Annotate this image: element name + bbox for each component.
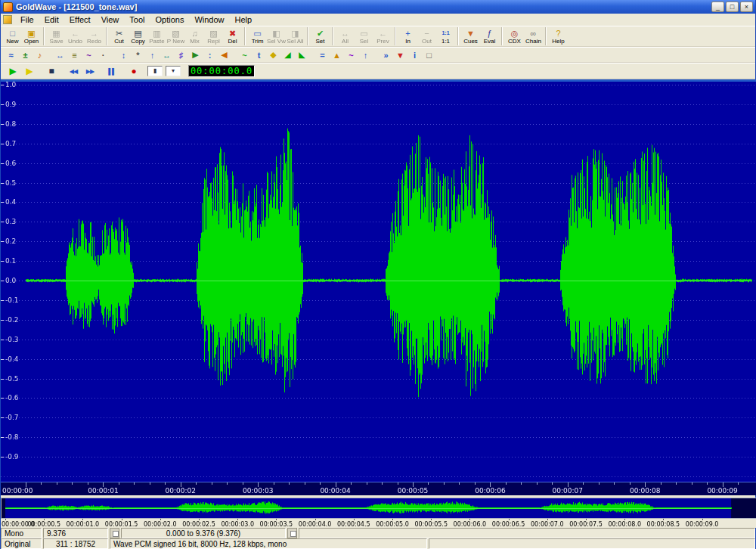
evaluate-button[interactable]: ƒEval <box>480 26 499 46</box>
echo-effect-button[interactable]: ♪ <box>33 48 47 62</box>
zoom-in-button[interactable]: +In <box>398 26 417 46</box>
cut-label: Cut <box>114 38 123 45</box>
select-view-icon: ◧ <box>272 29 280 38</box>
document-window-icon[interactable] <box>3 15 12 24</box>
select-view-label: Sel Vw <box>267 38 286 45</box>
main-toolbar: □New▣Open▦Save←Undo→Redo✂Cut▤Copy▥Paste▧… <box>1 26 755 47</box>
zoom-1-1-button[interactable]: 1:11:1 <box>436 26 455 46</box>
toolbar-separator <box>545 27 547 45</box>
offset-effect-button[interactable]: ↑ <box>145 48 160 62</box>
open-button[interactable]: ▣Open <box>22 26 41 46</box>
volume-shape-effect-button[interactable]: ~ <box>344 48 358 62</box>
trim-button[interactable]: ▭Trim <box>248 26 267 46</box>
status-splitter-2[interactable] <box>287 528 297 538</box>
interpolate-effect-button[interactable]: · <box>96 48 110 62</box>
volume-maximize-effect-button[interactable]: ▲ <box>330 48 344 62</box>
resample-effect-button[interactable]: : <box>203 48 217 62</box>
time-warp-effect-button[interactable]: t <box>252 48 266 62</box>
fade-in-effect-button[interactable]: ◢ <box>280 48 295 62</box>
evaluate-icon: ƒ <box>487 29 491 38</box>
replace-label: Repl <box>207 38 219 45</box>
exchange-effect-button[interactable]: ↔ <box>53 48 67 62</box>
menu-view[interactable]: View <box>96 14 125 25</box>
toolbar-separator <box>457 27 459 45</box>
zoom-out-icon: − <box>424 29 429 38</box>
doppler-effect-button[interactable]: ≈ <box>4 48 18 62</box>
smoother-effect-button[interactable]: ~ <box>237 48 252 62</box>
overview-display[interactable] <box>1 498 756 519</box>
dynamics-effect-button[interactable]: ± <box>18 48 33 62</box>
help-button[interactable]: ?Help <box>549 26 568 46</box>
copy-button[interactable]: ▤Copy <box>129 26 147 46</box>
help-icon: ? <box>556 29 560 38</box>
new-icon: □ <box>10 29 15 38</box>
cue-point-effect-button[interactable]: ▼ <box>393 48 407 62</box>
playback-rate-effect-button[interactable]: ▶ <box>188 48 203 62</box>
pause-button[interactable]: ▌▌ <box>104 64 120 78</box>
volume-change-effect-button[interactable]: ◆ <box>266 48 280 62</box>
rewind-button[interactable]: ◀◀ <box>65 64 82 78</box>
file-info-effect-button[interactable]: i <box>407 48 422 62</box>
toolbar-separator <box>43 27 45 45</box>
menu-window[interactable]: Window <box>189 14 229 25</box>
reverse-effect-button[interactable]: ◀ <box>217 48 231 62</box>
menu-file[interactable]: File <box>15 14 39 25</box>
fade-out-effect-button[interactable]: ◣ <box>295 48 309 62</box>
cdx-button[interactable]: ◎CDX <box>505 26 524 46</box>
replace-icon: ▨ <box>209 29 217 38</box>
paste-label: Paste <box>149 38 164 45</box>
goldwave-logo-icon <box>3 2 13 12</box>
set-label: Set <box>315 38 324 45</box>
invert-effect-button[interactable]: ↕ <box>116 48 131 62</box>
save-label: Save <box>49 38 63 45</box>
replace-button: ▨Repl <box>204 26 223 46</box>
filter-effect-button[interactable]: ≡ <box>67 48 82 62</box>
mechanize-effect-button[interactable]: * <box>131 48 145 62</box>
cdx-icon: ◎ <box>511 29 519 38</box>
menu-effect[interactable]: Effect <box>64 14 96 25</box>
device-selector[interactable]: ▾ <box>166 66 181 76</box>
zoom-1-1-label: 1:1 <box>442 38 450 45</box>
status-bar-top: Mono 9.376 0.000 to 9.376 (9.376) <box>1 528 755 538</box>
close-button[interactable]: × <box>740 2 753 12</box>
play-selection-button[interactable]: ▶ <box>21 64 38 78</box>
fast-forward-button[interactable]: ▶▶ <box>82 64 98 78</box>
toolbar-separator <box>332 27 333 45</box>
menu-options[interactable]: Options <box>150 14 189 25</box>
control-bar: ▶▶■◀◀▶▶▌▌● ▮▾ 00:00:00.0 <box>1 63 755 79</box>
menu-tool[interactable]: Tool <box>124 14 150 25</box>
zoom-in-label: In <box>405 38 411 45</box>
delete-button[interactable]: ✖Del <box>223 26 242 46</box>
stop-button[interactable]: ■ <box>43 64 60 78</box>
pitch-effect-button[interactable]: ♯ <box>174 48 188 62</box>
menu-help[interactable]: Help <box>230 14 258 25</box>
transport-group: ◀◀▶▶ <box>65 64 98 78</box>
record-button[interactable]: ● <box>125 64 142 78</box>
cut-button[interactable]: ✂Cut <box>110 26 129 46</box>
waveform-display[interactable] <box>1 79 756 482</box>
speed-effect-button[interactable]: » <box>379 48 393 62</box>
new-button[interactable]: □New <box>3 26 22 46</box>
volume-match-effect-button[interactable]: = <box>315 48 330 62</box>
toolbar-separator <box>244 27 246 45</box>
copy-icon: ▤ <box>134 29 141 38</box>
maximize-button[interactable]: □ <box>726 2 739 12</box>
mix-label: Mix <box>190 38 199 45</box>
window-options-effect-button[interactable]: □ <box>422 48 436 62</box>
minimize-button[interactable]: _ <box>711 2 724 12</box>
copy-label: Copy <box>131 38 145 45</box>
status-splitter-1[interactable] <box>110 528 119 538</box>
chain-label: Chain <box>525 38 541 45</box>
menu-edit[interactable]: Edit <box>39 14 64 25</box>
set-button[interactable]: ✔Set <box>311 26 330 46</box>
flange-effect-button[interactable]: ~ <box>82 48 96 62</box>
time-ruler[interactable] <box>1 482 756 495</box>
channel-mode: Mono <box>5 529 23 538</box>
cues-button[interactable]: ▼Cues <box>461 26 480 46</box>
transpose-effect-button[interactable]: ↑ <box>358 48 373 62</box>
level-meter-toggle[interactable]: ▮ <box>147 66 163 76</box>
pan-effect-button[interactable]: ↔ <box>160 48 174 62</box>
toolbar-separator <box>501 27 503 45</box>
play-button[interactable]: ▶ <box>5 64 21 78</box>
chain-button[interactable]: ∞Chain <box>524 26 543 46</box>
